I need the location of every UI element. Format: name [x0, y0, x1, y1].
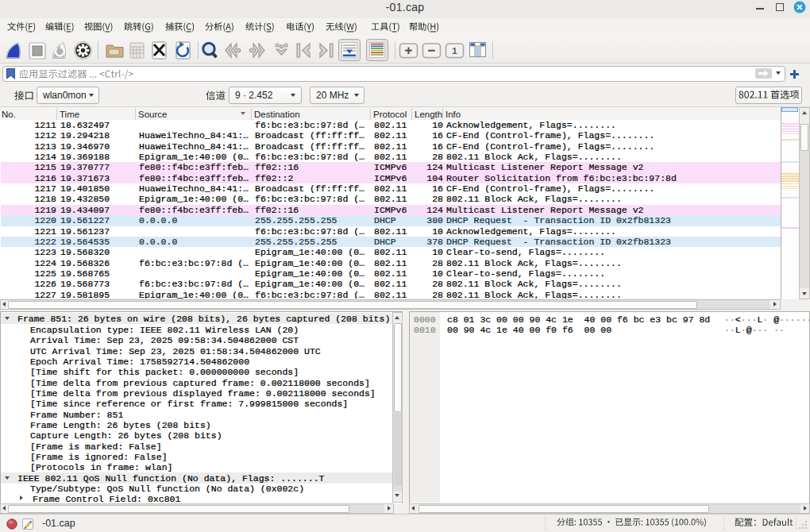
- svg-text:1: 1: [452, 46, 457, 56]
